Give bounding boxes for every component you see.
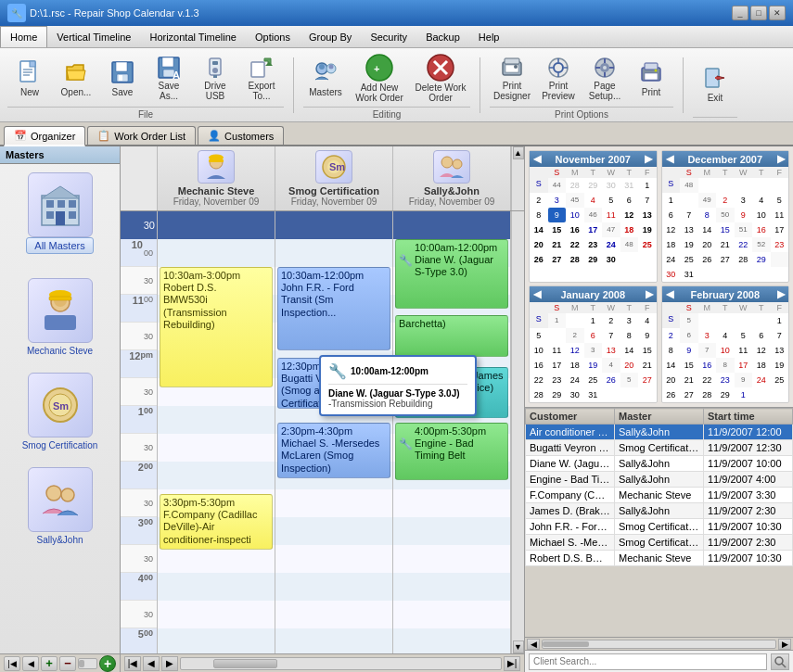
sidebar-item-all-masters[interactable]: All Masters <box>4 168 116 266</box>
day-nov-9[interactable]: 9 <box>548 208 567 222</box>
right-scroll-left-button[interactable]: ◀ <box>527 639 540 650</box>
dec-prev-button[interactable]: ◀ <box>666 153 673 165</box>
tab-customers[interactable]: 👤 Customers <box>198 126 284 145</box>
table-row[interactable]: Michael S. -Mersedes M Smog Certificatio… <box>526 535 793 551</box>
day-dec-19[interactable]: 19 <box>680 237 698 252</box>
sidebar-first-button[interactable]: |◀ <box>4 656 20 671</box>
day-oct-28[interactable]: 28 <box>566 178 584 193</box>
appt-barchetta[interactable]: Barchetta) <box>395 315 508 357</box>
print-button[interactable]: Print <box>629 51 673 105</box>
day-jan-20[interactable]: 20 <box>620 358 639 373</box>
appt-engine-belt[interactable]: 🔧 4:00pm-5:30pm Engine - Bad Timing Belt <box>395 423 508 480</box>
menu-security[interactable]: Security <box>361 26 416 47</box>
day-jan-18[interactable]: 18 <box>566 358 584 373</box>
table-row[interactable]: John F.R. - Ford Trans Smog Certificatio… <box>526 519 793 535</box>
day-nov-23[interactable]: 23 <box>584 237 603 252</box>
day-dec-30[interactable]: 30 <box>662 267 681 282</box>
day-nov-8[interactable]: 8 <box>530 208 548 222</box>
appt-john-ford[interactable]: 10:30am-12:00pm John F.R. - Ford Transit… <box>277 267 390 350</box>
save-button[interactable]: Save <box>100 51 145 105</box>
day-nov-2[interactable]: 2 <box>530 193 548 208</box>
day-dec-10[interactable]: 10 <box>752 208 771 222</box>
day-nov-17[interactable]: 17 <box>584 222 603 237</box>
day-feb-25[interactable]: 25 <box>771 373 789 387</box>
table-row[interactable]: Air conditioner - inspe Sally&John 11/9/… <box>526 425 793 440</box>
day-feb-23[interactable]: 23 <box>716 373 735 387</box>
day-nov-7[interactable]: 7 <box>638 193 657 208</box>
nov-prev-button[interactable]: ◀ <box>533 153 541 165</box>
day-feb-6[interactable]: 6 <box>752 328 771 343</box>
day-nov-22[interactable]: 22 <box>566 237 584 252</box>
day-dec-20[interactable]: 20 <box>698 237 717 252</box>
day-jan-24[interactable]: 24 <box>566 373 584 387</box>
day-dec-12[interactable]: 12 <box>662 222 681 237</box>
day-jan-13[interactable]: 13 <box>602 343 620 358</box>
day-dec-17[interactable]: 17 <box>771 222 789 237</box>
day-feb-7[interactable]: 7 <box>771 328 789 343</box>
minimize-button[interactable]: _ <box>732 6 748 20</box>
horizontal-scrollbar[interactable] <box>180 657 502 670</box>
jan-prev-button[interactable]: ◀ <box>533 288 541 300</box>
day-nov-3[interactable]: 3 <box>548 193 567 208</box>
day-feb-21[interactable]: 21 <box>680 373 698 387</box>
appt-fcompany[interactable]: 3:30pm-5:30pm F.Company (Cadillac DeVill… <box>160 494 273 550</box>
col-header-customer[interactable]: Customer <box>526 409 615 425</box>
day-dec-29[interactable]: 29 <box>752 252 771 267</box>
day-oct-29[interactable]: 29 <box>584 178 603 193</box>
day-jan-14[interactable]: 14 <box>620 343 639 358</box>
day-dec-25[interactable]: 25 <box>680 252 698 267</box>
day-dec-2[interactable]: 2 <box>716 193 735 208</box>
day-jan-31[interactable]: 31 <box>584 387 603 402</box>
day-nov-16[interactable]: 16 <box>566 222 584 237</box>
day-jan-19[interactable]: 19 <box>584 358 603 373</box>
scroll-down-button[interactable]: ▼ <box>513 640 524 653</box>
right-hscrollbar[interactable] <box>542 640 776 649</box>
scroll-left-first-button[interactable]: |◀ <box>124 656 141 671</box>
day-feb-29[interactable]: 29 <box>716 387 735 402</box>
day-jan-10[interactable]: 10 <box>530 343 548 358</box>
scroll-left-button[interactable]: ◀ <box>143 656 160 671</box>
day-dec-16[interactable]: 16 <box>752 222 771 237</box>
feb-prev-button[interactable]: ◀ <box>666 288 673 300</box>
day-dec-24[interactable]: 24 <box>662 252 681 267</box>
day-feb-28[interactable]: 28 <box>698 387 717 402</box>
feb-next-button[interactable]: ▶ <box>777 288 785 300</box>
exit-button[interactable]: Exit <box>693 56 737 109</box>
day-nov-12[interactable]: 12 <box>620 208 639 222</box>
menu-backup[interactable]: Backup <box>416 26 469 47</box>
day-jan-4[interactable]: 4 <box>638 313 657 328</box>
menu-group-by[interactable]: Group By <box>300 26 361 47</box>
day-oct-30[interactable]: 30 <box>602 178 620 193</box>
day-feb-19[interactable]: 19 <box>771 358 789 373</box>
day-nov-25[interactable]: 25 <box>638 237 657 252</box>
print-designer-button[interactable]: Print Designer <box>490 51 534 105</box>
day-jan-17[interactable]: 17 <box>548 358 567 373</box>
sidebar-item-mechanic-steve[interactable]: Mechanic Steve <box>4 273 116 361</box>
day-jan-7[interactable]: 7 <box>602 328 620 343</box>
add-work-order-button[interactable]: + Add New Work Order <box>350 51 409 105</box>
open-button[interactable]: Open... <box>54 51 98 105</box>
right-scroll-right-button[interactable]: ▶ <box>778 639 791 650</box>
day-jan-16[interactable]: 16 <box>530 358 548 373</box>
appt-diane-w[interactable]: 🔧 10:00am-12:00pm Diane W. (Jaguar S-Typ… <box>395 239 508 309</box>
maximize-button[interactable]: □ <box>750 6 767 20</box>
sidebar-add-button[interactable]: + <box>41 656 58 671</box>
day-jan-11[interactable]: 11 <box>548 343 567 358</box>
schedule-body[interactable]: 30 10 00 30 11 00 30 12 pm 30 1 00 30 2 … <box>121 211 524 653</box>
menu-horizontal-timeline[interactable]: Horizontal Timeline <box>140 26 246 47</box>
day-feb-15[interactable]: 15 <box>680 358 698 373</box>
day-dec-13[interactable]: 13 <box>680 222 698 237</box>
delete-work-order-button[interactable]: Delete Work Order <box>411 51 470 105</box>
day-jan-1[interactable]: 1 <box>584 313 603 328</box>
scroll-up-button[interactable]: ▲ <box>513 146 524 159</box>
day-feb-22[interactable]: 22 <box>698 373 717 387</box>
new-button[interactable]: New <box>7 51 52 105</box>
day-feb-12[interactable]: 12 <box>752 343 771 358</box>
table-row[interactable]: Bugatti Veyron (Smog Smog Certification … <box>526 440 793 456</box>
day-dec-22[interactable]: 22 <box>735 237 753 252</box>
day-nov-14[interactable]: 14 <box>530 222 548 237</box>
menu-options[interactable]: Options <box>246 26 300 47</box>
work-orders-table[interactable]: Customer Master Start time Air condition… <box>525 408 793 637</box>
jan-next-button[interactable]: ▶ <box>646 288 653 300</box>
day-nov-21[interactable]: 21 <box>548 237 567 252</box>
